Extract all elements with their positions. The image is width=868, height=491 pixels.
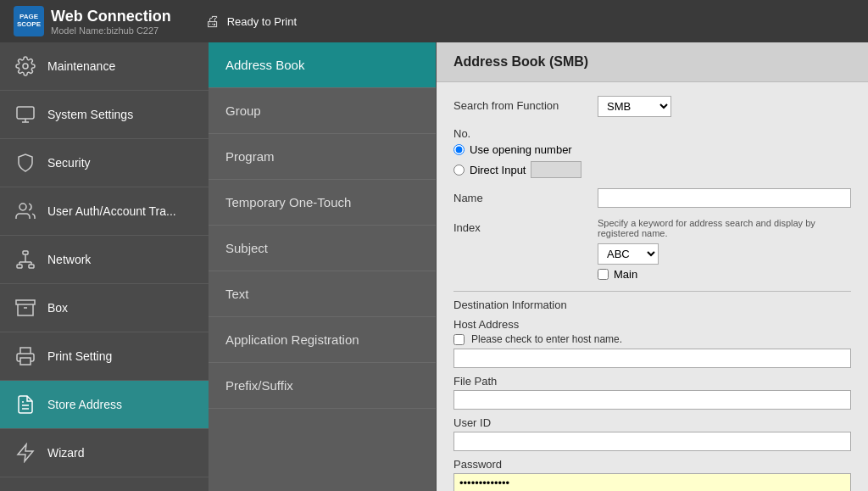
password-input[interactable] — [453, 473, 851, 491]
user-id-input[interactable] — [453, 432, 851, 451]
sidebar-label-system-settings: System Settings — [47, 108, 133, 121]
middle-nav-label-address-book: Address Book — [225, 58, 304, 72]
svg-rect-13 — [16, 300, 35, 304]
name-row: Name — [453, 188, 851, 208]
file-path-section: File Path — [453, 375, 851, 410]
no-radio-group: Use opening number Direct Input — [453, 143, 851, 178]
middle-nav-subject[interactable]: Subject — [209, 226, 436, 271]
direct-input-box — [531, 161, 581, 178]
index-select-row: ABC DEF GHI JKL MNO PQRS TUV WXYZ etc — [598, 243, 851, 265]
use-opening-number-row: Use opening number — [453, 143, 851, 156]
index-label: Index — [453, 218, 589, 234]
no-label: No. — [453, 127, 851, 140]
destination-info-label: Destination Information — [453, 299, 851, 311]
sidebar-item-customize[interactable]: Customize — [0, 477, 209, 491]
svg-marker-18 — [18, 444, 33, 461]
direct-input-row: Direct Input — [453, 161, 851, 178]
main-checkbox[interactable] — [598, 269, 609, 280]
host-address-label: Host Address — [453, 318, 851, 331]
use-opening-number-label: Use opening number — [470, 143, 572, 156]
search-function-row: Search from Function SMB FTP WebDAV Emai… — [453, 96, 851, 117]
sidebar-item-security[interactable]: Security — [0, 139, 209, 187]
user-id-section: User ID — [453, 416, 851, 451]
print-setting-icon — [14, 344, 37, 368]
header: PAGESCOPE Web Connection Model Name:bizh… — [0, 0, 868, 42]
sidebar-item-print-setting[interactable]: Print Setting — [0, 332, 209, 381]
sidebar-label-maintenance: Maintenance — [47, 59, 115, 73]
header-brand: Web Connection Model Name:bizhub C227 — [51, 8, 171, 36]
sidebar-item-box[interactable]: Box — [0, 284, 209, 332]
security-icon — [14, 151, 37, 175]
sidebar-item-wizard[interactable]: Wizard — [0, 429, 209, 477]
content-body: Search from Function SMB FTP WebDAV Emai… — [437, 82, 868, 491]
sidebar-label-security: Security — [47, 156, 91, 170]
sidebar-label-network: Network — [47, 253, 91, 266]
middle-nav-prefix-suffix[interactable]: Prefix/Suffix — [209, 363, 436, 409]
search-function-label: Search from Function — [453, 96, 589, 112]
box-icon — [14, 296, 37, 320]
host-check-row: Please check to enter host name. — [453, 333, 851, 345]
main-check-row: Main — [598, 268, 851, 281]
svg-point-0 — [23, 64, 28, 69]
status-area: 🖨 Ready to Print — [205, 13, 297, 31]
sidebar-item-network[interactable]: Network — [0, 236, 209, 284]
divider — [453, 291, 851, 292]
direct-input-radio[interactable] — [453, 165, 465, 176]
svg-rect-5 — [23, 251, 28, 254]
middle-nav-address-book[interactable]: Address Book — [209, 42, 436, 88]
sidebar-label-box: Box — [47, 301, 68, 315]
middle-nav-label-subject: Subject — [225, 241, 268, 255]
store-address-icon — [14, 393, 37, 416]
network-icon — [14, 248, 37, 271]
svg-rect-7 — [29, 265, 34, 268]
direct-input-label: Direct Input — [470, 164, 526, 176]
file-path-input[interactable] — [453, 390, 851, 410]
sidebar: Maintenance System Settings Security — [0, 42, 209, 491]
name-input[interactable] — [598, 188, 851, 208]
sidebar-item-store-address[interactable]: Store Address — [0, 381, 209, 429]
model-name: Model Name:bizhub C227 — [51, 25, 171, 36]
sidebar-item-system-settings[interactable]: System Settings — [0, 91, 209, 139]
index-control: Specify a keyword for address search and… — [598, 218, 851, 281]
use-opening-number-radio[interactable] — [453, 144, 465, 155]
password-label: Password — [453, 458, 851, 471]
middle-nav-program[interactable]: Program — [209, 134, 436, 180]
sidebar-label-wizard: Wizard — [47, 446, 85, 460]
no-section: No. Use opening number Direct Input — [453, 127, 851, 178]
sidebar-label-print-setting: Print Setting — [47, 349, 112, 363]
sidebar-item-maintenance[interactable]: Maintenance — [0, 42, 209, 91]
system-settings-icon — [14, 103, 37, 126]
middle-nav-label-text: Text — [225, 287, 249, 301]
svg-rect-6 — [17, 265, 22, 268]
host-address-section: Host Address Please check to enter host … — [453, 318, 851, 368]
search-function-control: SMB FTP WebDAV Email — [598, 96, 851, 117]
sidebar-label-store-address: Store Address — [47, 398, 122, 411]
host-address-input[interactable] — [453, 349, 851, 368]
main-label: Main — [614, 268, 637, 281]
logo-text: PAGESCOPE — [17, 14, 41, 29]
maintenance-icon — [14, 54, 37, 78]
content-title: Address Book (SMB) — [437, 42, 868, 82]
middle-nav-group[interactable]: Group — [209, 88, 436, 134]
logo: PAGESCOPE Web Connection Model Name:bizh… — [14, 6, 171, 36]
index-row: Index Specify a keyword for address sear… — [453, 218, 851, 281]
name-control — [598, 188, 851, 208]
user-id-label: User ID — [453, 416, 851, 429]
middle-nav-label-group: Group — [225, 103, 261, 118]
wizard-icon — [14, 441, 37, 465]
host-check-checkbox[interactable] — [453, 334, 465, 345]
middle-nav-application-registration[interactable]: Application Registration — [209, 317, 436, 363]
sidebar-item-user-auth[interactable]: User Auth/Account Tra... — [0, 187, 209, 236]
logo-icon: PAGESCOPE — [14, 6, 44, 36]
middle-nav-label-program: Program — [225, 149, 275, 164]
sidebar-label-user-auth: User Auth/Account Tra... — [47, 204, 176, 218]
index-select[interactable]: ABC DEF GHI JKL MNO PQRS TUV WXYZ etc — [598, 243, 659, 265]
app-title: Web Connection — [51, 8, 171, 25]
main-layout: Maintenance System Settings Security — [0, 42, 868, 491]
middle-nav-text[interactable]: Text — [209, 271, 436, 317]
search-function-select[interactable]: SMB FTP WebDAV Email — [598, 96, 671, 117]
middle-nav-temporary-one-touch[interactable]: Temporary One-Touch — [209, 180, 436, 226]
svg-rect-15 — [20, 358, 31, 365]
printer-icon: 🖨 — [205, 13, 220, 31]
index-help: Specify a keyword for address search and… — [598, 218, 851, 238]
